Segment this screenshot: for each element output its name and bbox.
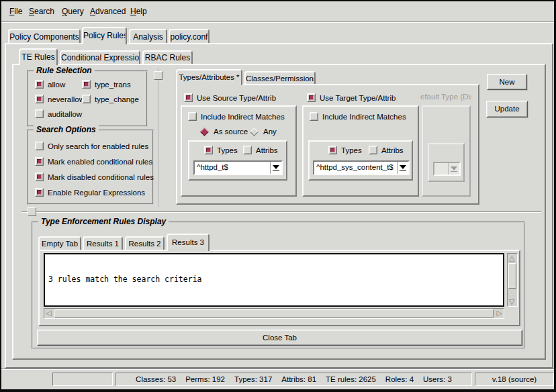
update-button[interactable]: Update xyxy=(486,101,528,117)
status-perms: Perms: 192 xyxy=(185,375,225,383)
source-frame: Include Indirect Matches As source Any T… xyxy=(181,105,297,197)
checkbox-mark-enabled[interactable]: Mark enabled conditional rules xyxy=(35,157,152,166)
target-types-frame: Types Attribs ^httpd_sys_content_t$ xyxy=(308,140,413,181)
close-tab-button[interactable]: Close Tab xyxy=(37,330,522,346)
status-stats-panel: Classes: 53 Perms: 192 Types: 317 Attrib… xyxy=(115,373,472,386)
status-attribs: Attribs: 81 xyxy=(281,375,316,383)
results-page: 3 rules match the search criteria (5822)… xyxy=(38,250,520,326)
horizontal-sash-line xyxy=(21,211,541,213)
menu-query[interactable]: Query xyxy=(62,7,84,16)
source-type-combobox[interactable]: ^httpd_t$ xyxy=(193,160,283,175)
default-type-frame xyxy=(422,105,471,197)
source-types-frame: Types Attribs ^httpd_t$ xyxy=(188,140,287,181)
horizontal-sash-handle[interactable] xyxy=(28,207,36,216)
checkbox-use-target[interactable]: Use Target Type/Attrib xyxy=(307,93,396,102)
checkbox-source-types[interactable]: Types xyxy=(204,146,238,154)
policy-version: v.18 (source) xyxy=(492,375,537,383)
tab-analysis[interactable]: Analysis xyxy=(129,29,167,43)
radio-as-source-diamond xyxy=(200,128,209,136)
checkbox-type-change[interactable]: type_change xyxy=(82,95,139,103)
results-summary: 3 rules match the search criteria xyxy=(48,275,503,284)
types-attributes-page: Use Source Type/Attrib Include Indirect … xyxy=(176,84,479,205)
horizontal-scrollbar[interactable]: ◁ ▷ xyxy=(44,308,504,319)
search-options-group: Search Options Only search for enabled r… xyxy=(27,130,154,205)
checkbox-target-attribs[interactable]: Attribs xyxy=(369,146,404,154)
te-rules-display-title: Type Enforcement Rules Display xyxy=(38,217,169,226)
menu-search[interactable]: Search xyxy=(29,7,54,16)
checkbox-allow[interactable]: allow xyxy=(35,80,65,89)
menu-advanced[interactable]: Advanced xyxy=(90,7,126,16)
status-users: Users: 3 xyxy=(423,375,452,383)
horizontal-scrollbar-thumb[interactable] xyxy=(54,309,494,317)
menu-file[interactable]: File xyxy=(9,7,22,16)
default-type-combobox xyxy=(433,162,461,176)
vertical-sash-handle[interactable] xyxy=(154,71,163,80)
vertical-scrollbar[interactable]: △ ▽ xyxy=(507,253,518,307)
checkbox-use-source[interactable]: Use Source Type/Attrib xyxy=(184,93,276,102)
te-rules-display-group: Type Enforcement Rules Display Empty Tab… xyxy=(32,222,525,349)
tab-results-3[interactable]: Results 3 xyxy=(167,234,210,251)
tab-results-2[interactable]: Results 2 xyxy=(125,236,165,250)
apol-window: File Search Query Advanced Help Policy C… xyxy=(0,0,556,392)
status-empty-panel xyxy=(52,373,113,386)
rule-selection-group: Rule Selection allow type_trans neverall… xyxy=(27,70,148,127)
checkbox-target-indirect[interactable]: Include Indirect Matches xyxy=(310,112,406,121)
results-text-area[interactable]: 3 rules match the search criteria (5822)… xyxy=(44,253,504,307)
checkbox-type-trans[interactable]: type_trans xyxy=(82,80,131,89)
status-classes: Classes: 53 xyxy=(136,375,176,383)
radio-any[interactable]: Any xyxy=(249,128,277,136)
default-type-label: efault Type (Disa xyxy=(420,93,471,101)
checkbox-neverallow[interactable]: neverallow xyxy=(35,95,85,103)
source-type-value: ^httpd_t$ xyxy=(195,162,270,174)
checkbox-auditallow[interactable]: auditallow xyxy=(35,109,82,118)
tab-results-1[interactable]: Results 1 xyxy=(83,236,123,250)
checkbox-enable-regex[interactable]: Enable Regular Expressions xyxy=(35,188,145,197)
tab-te-rules[interactable]: TE Rules xyxy=(19,48,58,65)
tab-policy-components[interactable]: Policy Components xyxy=(8,29,81,43)
rule-selection-title: Rule Selection xyxy=(34,66,95,75)
tab-types-attributes[interactable]: Types/Attributes * xyxy=(176,69,242,85)
tab-conditional-expressions[interactable]: Conditional Expressions xyxy=(60,50,140,64)
vertical-scrollbar-thumb[interactable] xyxy=(508,263,516,289)
radio-as-source[interactable]: As source xyxy=(199,128,248,136)
tab-policy-rules[interactable]: Policy Rules xyxy=(82,27,127,44)
tab-classes-permissions[interactable]: Classes/Permissions xyxy=(244,71,316,84)
checkbox-target-types[interactable]: Types xyxy=(328,146,362,154)
tab-empty-tab[interactable]: Empty Tab xyxy=(38,236,81,250)
checkbox-mark-disabled[interactable]: Mark disabled conditional rules xyxy=(35,173,154,181)
status-types: Types: 317 xyxy=(234,375,272,383)
statusbar-separator xyxy=(1,369,554,370)
checkbox-only-enabled[interactable]: Only search for enabled rules xyxy=(35,142,148,150)
target-type-combobox[interactable]: ^httpd_sys_content_t$ xyxy=(313,160,410,175)
status-roles: Roles: 4 xyxy=(385,375,414,383)
source-combo-dropdown-icon[interactable] xyxy=(270,162,281,174)
te-rules-page: Rule Selection allow type_trans neverall… xyxy=(12,64,546,360)
menu-help[interactable]: Help xyxy=(130,7,147,16)
menu-bar: File Search Query Advanced Help xyxy=(1,1,554,21)
target-frame: Include Indirect Matches Types Attribs ^… xyxy=(302,105,419,197)
target-combo-dropdown-icon[interactable] xyxy=(397,162,408,174)
new-button[interactable]: New xyxy=(487,74,527,90)
scroll-right-icon[interactable]: ▷ xyxy=(497,309,502,317)
status-version-panel: v.18 (source) xyxy=(475,373,554,386)
scroll-left-icon[interactable]: ◁ xyxy=(46,309,51,317)
checkbox-allow-box xyxy=(35,80,44,89)
scroll-up-icon[interactable]: △ xyxy=(509,254,514,262)
default-type-dropdown-icon xyxy=(448,163,459,175)
status-te-rules: TE rules: 2625 xyxy=(326,375,376,383)
target-type-value: ^httpd_sys_content_t$ xyxy=(314,162,397,174)
vertical-sash-line xyxy=(158,68,159,207)
menu-file-rest: ile xyxy=(14,7,22,16)
tab-policy-conf[interactable]: policy.conf xyxy=(169,29,210,43)
checkbox-source-indirect[interactable]: Include Indirect Matches xyxy=(188,112,285,121)
tab-rbac-rules[interactable]: RBAC Rules xyxy=(142,50,193,64)
scroll-down-icon[interactable]: ▽ xyxy=(509,298,514,305)
checkbox-source-attribs[interactable]: Attribs xyxy=(243,146,278,154)
menubar-separator xyxy=(1,21,554,23)
radio-any-diamond xyxy=(250,128,259,136)
default-type-inner-frame xyxy=(428,143,465,182)
search-options-title: Search Options xyxy=(34,125,99,134)
